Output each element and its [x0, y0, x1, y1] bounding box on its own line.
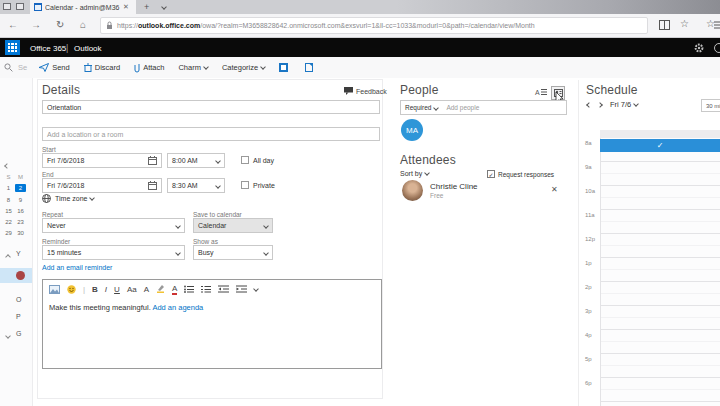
send-button[interactable]: Send [39, 63, 70, 72]
feedback-button[interactable]: Feedback [344, 87, 387, 95]
reminder-dropdown[interactable]: 15 minutes [42, 245, 185, 260]
minical-date[interactable]: 29 [3, 230, 14, 236]
font-color-button[interactable]: A [172, 285, 177, 295]
schedule-date-dropdown[interactable]: Fri 7/6 [610, 100, 638, 109]
globe-icon [42, 194, 51, 203]
show-as-dropdown[interactable]: Busy [193, 245, 273, 260]
favorites-star-icon[interactable]: ☆ [680, 18, 689, 29]
calendar-date-icon [148, 181, 157, 190]
attendee-row[interactable]: Christie Cline Free ✕ [402, 180, 566, 202]
back-icon[interactable]: ← [8, 19, 18, 30]
minical-date[interactable]: 9 [15, 197, 26, 203]
organizer-avatar[interactable]: MA [401, 119, 423, 141]
end-date-picker[interactable]: Fri 7/6/2018 [42, 178, 162, 193]
end-label: End [42, 171, 54, 178]
chevron-down-icon [215, 158, 221, 164]
checkbox-checked-icon: ✓ [487, 170, 495, 178]
numbered-list-icon[interactable] [201, 285, 211, 295]
categorize-menu-button[interactable]: Categorize [222, 63, 265, 72]
editor-body[interactable]: Make this meeting meaningful. Add an age… [43, 295, 381, 320]
add-email-reminder-link[interactable]: Add an email reminder [42, 264, 112, 271]
add-people-input[interactable]: Required Add people [400, 100, 567, 115]
refresh-icon[interactable]: ↻ [56, 19, 64, 30]
minical-date[interactable]: 22 [3, 219, 14, 225]
outdent-icon[interactable] [218, 285, 229, 295]
discard-button[interactable]: Discard [84, 63, 120, 72]
schedule-prev-day-icon[interactable] [586, 102, 592, 108]
rail-groups-label[interactable]: G [16, 330, 21, 337]
chevron-down-icon [215, 183, 221, 189]
font-button[interactable]: Aa [127, 285, 137, 294]
repeat-dropdown[interactable]: Never [42, 218, 185, 233]
office-365-brand[interactable]: Office 365 [30, 44, 66, 53]
minical-date-selected[interactable]: 2 [15, 184, 26, 192]
schedule-grid[interactable] [600, 138, 720, 406]
hour-label: 6p [585, 380, 592, 386]
attendees-heading: Attendees [400, 153, 456, 167]
minical-date[interactable]: 1 [3, 185, 14, 191]
add-agenda-link[interactable]: Add an agenda [152, 303, 203, 312]
bold-button[interactable]: B [92, 285, 98, 294]
hour-label: 9a [585, 164, 592, 170]
minical-date[interactable]: 16 [15, 208, 26, 214]
remove-attendee-icon[interactable]: ✕ [551, 185, 558, 194]
address-bar[interactable]: https://outlook.office.com/owa/?realm=M3… [100, 17, 648, 34]
minical-date[interactable]: 30 [15, 230, 26, 236]
close-tab-icon[interactable]: ✕ [123, 3, 129, 11]
help-icon[interactable] [714, 43, 720, 53]
notes-editor[interactable]: | B I U Aa A A Make this meeting meaning… [42, 279, 382, 369]
attach-button[interactable]: Attach [134, 63, 164, 73]
event-title-input[interactable]: Orientation [42, 100, 380, 114]
attendee-photo-avatar [402, 180, 423, 201]
app-launcher-waffle-icon[interactable] [5, 40, 20, 55]
open-in-new-window-icon[interactable] [305, 63, 316, 72]
all-day-checkbox[interactable]: All day [241, 156, 274, 164]
charm-menu-button[interactable]: Charm [178, 63, 208, 72]
more-formatting-chevron-icon[interactable] [254, 286, 260, 292]
font-size-button[interactable]: A [144, 285, 149, 294]
start-date-picker[interactable]: Fri 7/6/2018 [42, 153, 162, 168]
collapse-chevron-icon[interactable] [5, 254, 11, 260]
schedule-next-day-icon[interactable] [597, 102, 603, 108]
home-icon[interactable]: ⌂ [80, 19, 86, 30]
duration-dropdown[interactable]: 30 min [701, 99, 720, 112]
minical-date[interactable]: 23 [15, 219, 26, 225]
settings-gear-icon[interactable] [694, 43, 704, 53]
hour-label: 3p [585, 308, 592, 314]
edge-tab-preview-icon[interactable] [16, 3, 24, 10]
underline-button[interactable]: U [114, 285, 120, 294]
save-to-calendar-dropdown[interactable]: Calendar [193, 218, 273, 233]
highlight-button[interactable] [156, 284, 165, 295]
expand-chevron-icon[interactable] [5, 333, 11, 339]
italic-button[interactable]: I [105, 285, 107, 294]
rail-calendars-label[interactable]: Y [16, 250, 21, 257]
minical-date[interactable]: 8 [3, 197, 14, 203]
meeting-poll-icon[interactable] [279, 63, 291, 72]
emoji-icon[interactable] [67, 285, 76, 294]
outlook-app-label[interactable]: Outlook [74, 44, 102, 53]
trash-icon [84, 63, 92, 72]
rail-item[interactable]: O [16, 296, 21, 303]
forward-icon[interactable]: → [31, 19, 41, 30]
indent-icon[interactable] [236, 285, 247, 295]
sort-by-dropdown[interactable]: Sort by [400, 170, 429, 177]
rail-item[interactable]: P [16, 313, 21, 320]
browser-tab[interactable]: Calendar - admin@M36 ✕ [30, 0, 136, 14]
bullet-list-icon[interactable] [184, 285, 194, 295]
reading-view-icon[interactable] [659, 20, 670, 30]
timezone-toggle[interactable]: Time zone [42, 194, 94, 203]
private-checkbox[interactable]: Private [241, 181, 275, 189]
location-input[interactable]: Add a location or a room [42, 127, 380, 141]
edge-set-aside-icon[interactable] [3, 3, 11, 10]
minical-prev-icon[interactable] [4, 163, 10, 169]
search-icon[interactable] [4, 63, 16, 72]
new-tab-button[interactable]: + [144, 2, 149, 12]
minical-date[interactable]: 15 [3, 208, 14, 214]
start-time-dropdown[interactable]: 8:00 AM [167, 153, 225, 168]
insert-image-icon[interactable] [49, 285, 60, 294]
end-time-dropdown[interactable]: 8:30 AM [167, 178, 225, 193]
request-responses-checkbox[interactable]: ✓ Request responses [487, 170, 554, 178]
sort-people-icon[interactable]: A [535, 88, 547, 96]
toolbar-divider: | [83, 285, 85, 294]
scheduled-event-bar[interactable]: ✓ [600, 139, 720, 152]
